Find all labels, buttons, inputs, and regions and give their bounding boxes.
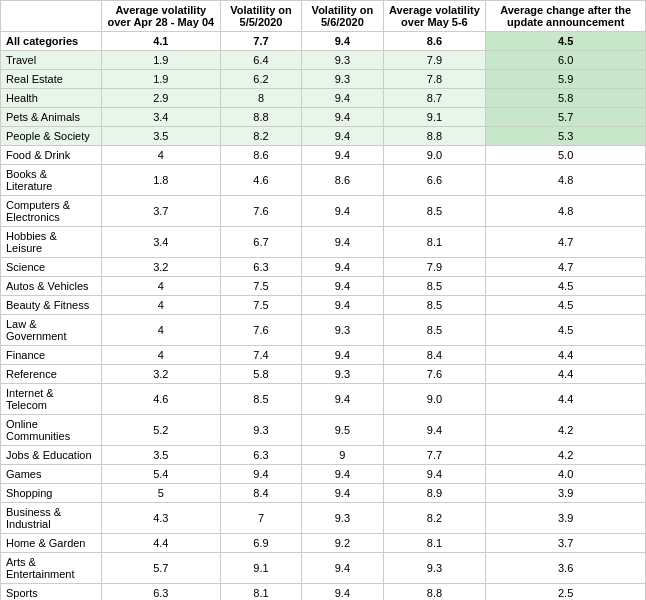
col-header-avg-vol-may56: Average volatility over May 5-6 — [383, 1, 486, 32]
value-cell: 3.9 — [486, 503, 646, 534]
value-cell: 4.4 — [486, 346, 646, 365]
value-cell: 4.4 — [101, 534, 220, 553]
value-cell: 8.5 — [220, 384, 301, 415]
value-cell: 9.0 — [383, 146, 486, 165]
value-cell: 9.3 — [220, 415, 301, 446]
value-cell: 5.3 — [486, 127, 646, 146]
value-cell: 4.8 — [486, 196, 646, 227]
value-cell: 4.5 — [486, 315, 646, 346]
value-cell: 9.4 — [302, 484, 383, 503]
category-cell: Hobbies & Leisure — [1, 227, 102, 258]
category-cell: Pets & Animals — [1, 108, 102, 127]
value-cell: 8.8 — [383, 127, 486, 146]
value-cell: 4.7 — [486, 227, 646, 258]
table-row: Science3.26.39.47.94.7 — [1, 258, 646, 277]
value-cell: 9.3 — [383, 553, 486, 584]
value-cell: 2.9 — [101, 89, 220, 108]
value-cell: 1.9 — [101, 70, 220, 89]
value-cell: 9.4 — [302, 258, 383, 277]
value-cell: 4.5 — [486, 277, 646, 296]
value-cell: 8.8 — [383, 584, 486, 601]
value-cell: 5.8 — [220, 365, 301, 384]
value-cell: 9.4 — [383, 415, 486, 446]
value-cell: 4.2 — [486, 415, 646, 446]
value-cell: 8 — [220, 89, 301, 108]
value-cell: 7.5 — [220, 277, 301, 296]
value-cell: 5 — [101, 484, 220, 503]
value-cell: 9.4 — [302, 127, 383, 146]
table-row: Reference3.25.89.37.64.4 — [1, 365, 646, 384]
value-cell: 8.6 — [383, 32, 486, 51]
value-cell: 5.2 — [101, 415, 220, 446]
value-cell: 8.1 — [220, 584, 301, 601]
volatility-table: Average volatility over Apr 28 - May 04 … — [0, 0, 646, 600]
category-cell: Travel — [1, 51, 102, 70]
value-cell: 4.6 — [101, 384, 220, 415]
col-header-category — [1, 1, 102, 32]
value-cell: 1.9 — [101, 51, 220, 70]
table-row: Finance47.49.48.44.4 — [1, 346, 646, 365]
table-row: Sports6.38.19.48.82.5 — [1, 584, 646, 601]
value-cell: 7.7 — [383, 446, 486, 465]
table-row: Travel1.96.49.37.96.0 — [1, 51, 646, 70]
value-cell: 9.1 — [220, 553, 301, 584]
table-row: Pets & Animals3.48.89.49.15.7 — [1, 108, 646, 127]
value-cell: 4.5 — [486, 296, 646, 315]
value-cell: 8.1 — [383, 534, 486, 553]
value-cell: 3.5 — [101, 127, 220, 146]
value-cell: 5.7 — [486, 108, 646, 127]
value-cell: 6.3 — [220, 446, 301, 465]
category-cell: Science — [1, 258, 102, 277]
value-cell: 4 — [101, 146, 220, 165]
col-header-vol-may6: Volatility on 5/6/2020 — [302, 1, 383, 32]
value-cell: 8.4 — [220, 484, 301, 503]
table-row: Home & Garden4.46.99.28.13.7 — [1, 534, 646, 553]
value-cell: 4.7 — [486, 258, 646, 277]
category-cell: Arts & Entertainment — [1, 553, 102, 584]
value-cell: 4.3 — [101, 503, 220, 534]
value-cell: 8.5 — [383, 296, 486, 315]
category-cell: Sports — [1, 584, 102, 601]
value-cell: 1.8 — [101, 165, 220, 196]
category-cell: Law & Government — [1, 315, 102, 346]
table-row: All categories4.17.79.48.64.5 — [1, 32, 646, 51]
value-cell: 8.8 — [220, 108, 301, 127]
value-cell: 6.0 — [486, 51, 646, 70]
value-cell: 9.3 — [302, 51, 383, 70]
value-cell: 9.4 — [302, 465, 383, 484]
value-cell: 7.4 — [220, 346, 301, 365]
category-cell: Home & Garden — [1, 534, 102, 553]
table-row: Health2.989.48.75.8 — [1, 89, 646, 108]
value-cell: 4.8 — [486, 165, 646, 196]
value-cell: 9.4 — [302, 584, 383, 601]
category-cell: Autos & Vehicles — [1, 277, 102, 296]
value-cell: 3.2 — [101, 365, 220, 384]
table-row: Games5.49.49.49.44.0 — [1, 465, 646, 484]
table-row: Shopping58.49.48.93.9 — [1, 484, 646, 503]
col-header-avg-change: Average change after the update announce… — [486, 1, 646, 32]
value-cell: 9.4 — [302, 296, 383, 315]
category-cell: Beauty & Fitness — [1, 296, 102, 315]
value-cell: 8.9 — [383, 484, 486, 503]
category-cell: Jobs & Education — [1, 446, 102, 465]
category-cell: Finance — [1, 346, 102, 365]
category-cell: All categories — [1, 32, 102, 51]
value-cell: 9.4 — [302, 108, 383, 127]
value-cell: 4.2 — [486, 446, 646, 465]
category-cell: Reference — [1, 365, 102, 384]
table-row: Internet & Telecom4.68.59.49.04.4 — [1, 384, 646, 415]
table-row: Jobs & Education3.56.397.74.2 — [1, 446, 646, 465]
value-cell: 3.7 — [486, 534, 646, 553]
value-cell: 9.4 — [302, 146, 383, 165]
table-row: Food & Drink48.69.49.05.0 — [1, 146, 646, 165]
value-cell: 7 — [220, 503, 301, 534]
value-cell: 6.4 — [220, 51, 301, 70]
category-cell: People & Society — [1, 127, 102, 146]
value-cell: 6.3 — [101, 584, 220, 601]
table-row: Arts & Entertainment5.79.19.49.33.6 — [1, 553, 646, 584]
table-header: Average volatility over Apr 28 - May 04 … — [1, 1, 646, 32]
value-cell: 6.2 — [220, 70, 301, 89]
value-cell: 4.1 — [101, 32, 220, 51]
category-cell: Internet & Telecom — [1, 384, 102, 415]
value-cell: 4 — [101, 296, 220, 315]
